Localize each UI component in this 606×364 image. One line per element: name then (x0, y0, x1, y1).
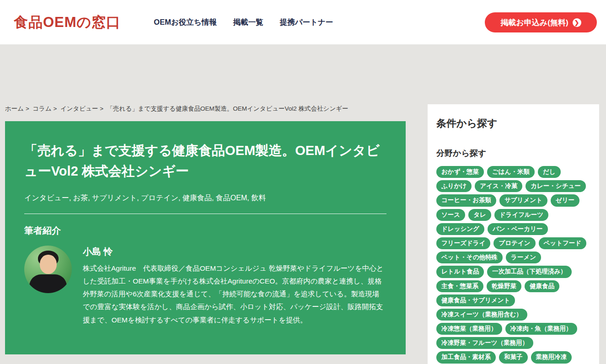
category-pill[interactable]: ドレッシング (436, 223, 484, 235)
header: 食品OEMの窓口 OEMお役立ち情報掲載一覧提携パートナー 掲載お申込み(無料)… (0, 0, 606, 44)
category-pill[interactable]: 一次加工品（下処理済み） (487, 266, 571, 278)
breadcrumb-item[interactable]: ホーム (5, 105, 32, 112)
category-pill-list: おかず・惣菜ごはん・米類だしふりかけアイス・冷菓カレー・シチューコーヒー・お茶類… (436, 166, 590, 364)
article-title: 「売れる」まで支援する健康食品OEM製造。OEMインタビューVol2 株式会社シ… (24, 140, 386, 182)
divider (24, 214, 386, 214)
category-pill[interactable]: サプリメント (499, 194, 547, 206)
category-pill[interactable]: カレー・シチュー (526, 180, 586, 192)
category-pill[interactable]: 加工食品・素材系 (436, 351, 496, 363)
category-pill[interactable]: 冷凍肉・魚（業務用） (505, 323, 577, 335)
category-pill[interactable]: パン・ベーカリー (488, 223, 548, 235)
category-pill[interactable]: ゼリー (551, 194, 579, 206)
category-pill[interactable]: 業務用冷凍 (531, 351, 572, 363)
article-tags[interactable]: インタビュー, お茶, サプリメント, プロテイン, 健康食品, 食品OEM, … (24, 193, 386, 203)
arrow-circle-icon: ❯ (573, 18, 581, 27)
nav-item[interactable]: OEMお役立ち情報 (154, 17, 216, 27)
nav-item[interactable]: 掲載一覧 (233, 17, 263, 27)
category-pill[interactable]: ソース (436, 209, 465, 221)
author-block: 小島 怜 株式会社Agriture 代表取締役／食品OEMコンシェルジュ 乾燥野… (24, 246, 386, 327)
nav-item[interactable]: 提携パートナー (280, 17, 333, 27)
apply-button-label: 掲載お申込み(無料) (500, 17, 568, 28)
category-pill[interactable]: タレ (468, 209, 491, 221)
category-pill[interactable]: レトルト食品 (436, 266, 484, 278)
category-pill[interactable]: おかず・惣菜 (436, 166, 484, 178)
sidebar-subheading: 分野から探す (436, 148, 590, 159)
category-pill[interactable]: ふりかけ (436, 180, 472, 192)
breadcrumb-item[interactable]: コラム (32, 105, 60, 112)
category-pill[interactable]: フリーズドライ (436, 237, 490, 249)
category-pill[interactable]: 和菓子 (499, 351, 528, 363)
category-pill[interactable]: アイス・冷菓 (475, 180, 522, 192)
article-card: 「売れる」まで支援する健康食品OEM製造。OEMインタビューVol2 株式会社シ… (5, 121, 406, 354)
author-info: 小島 怜 株式会社Agriture 代表取締役／食品OEMコンシェルジュ 乾燥野… (83, 246, 386, 327)
category-pill[interactable]: ペットフード (539, 237, 587, 249)
author-avatar (24, 246, 72, 293)
avatar-face (40, 255, 57, 274)
breadcrumb-item[interactable]: インタビュー (60, 105, 107, 112)
category-pill[interactable]: コーヒー・お茶類 (436, 194, 496, 206)
category-pill[interactable]: 主食・惣菜系 (436, 280, 483, 292)
category-pill[interactable]: プロテイン (493, 237, 535, 249)
avatar-body (29, 274, 67, 293)
sidebar-search-card: 条件から探す 分野から探す おかず・惣菜ごはん・米類だしふりかけアイス・冷菓カレ… (428, 104, 599, 364)
category-pill[interactable]: 冷凍惣菜（業務用） (436, 323, 502, 335)
category-pill[interactable]: ドライフルーツ (494, 209, 548, 221)
category-pill[interactable]: だし (538, 166, 561, 178)
category-pill[interactable]: 乾燥野菜 (487, 280, 521, 292)
category-pill[interactable]: 健康食品・サプリメント (436, 294, 515, 306)
category-pill[interactable]: ラーメン (506, 252, 541, 263)
author-bio: 株式会社Agriture 代表取締役／食品OEMコンシェルジュ 乾燥野菜やドライ… (83, 262, 386, 327)
author-name: 小島 怜 (83, 246, 386, 258)
breadcrumb-item[interactable]: 「売れる」まで支援する健康食品OEM製造。OEMインタビューVol2 株式会社シ… (107, 105, 349, 112)
sidebar-heading: 条件から探す (436, 117, 590, 130)
category-pill[interactable]: 冷凍スイーツ（業務用含む） (436, 309, 527, 321)
author-section-heading: 筆者紹介 (24, 225, 386, 237)
category-pill[interactable]: ごはん・米類 (487, 166, 535, 178)
category-pill[interactable]: ペット・その他特殊 (436, 252, 503, 263)
category-pill[interactable]: 冷凍野菜・フルーツ（業務用） (436, 337, 533, 349)
site-logo[interactable]: 食品OEMの窓口 (14, 13, 121, 32)
apply-button[interactable]: 掲載お申込み(無料) ❯ (485, 12, 597, 32)
main-nav: OEMお役立ち情報掲載一覧提携パートナー (154, 17, 333, 27)
breadcrumb: ホームコラムインタビュー「売れる」まで支援する健康食品OEM製造。OEMインタビ… (5, 105, 349, 113)
category-pill[interactable]: 健康食品 (525, 280, 559, 292)
